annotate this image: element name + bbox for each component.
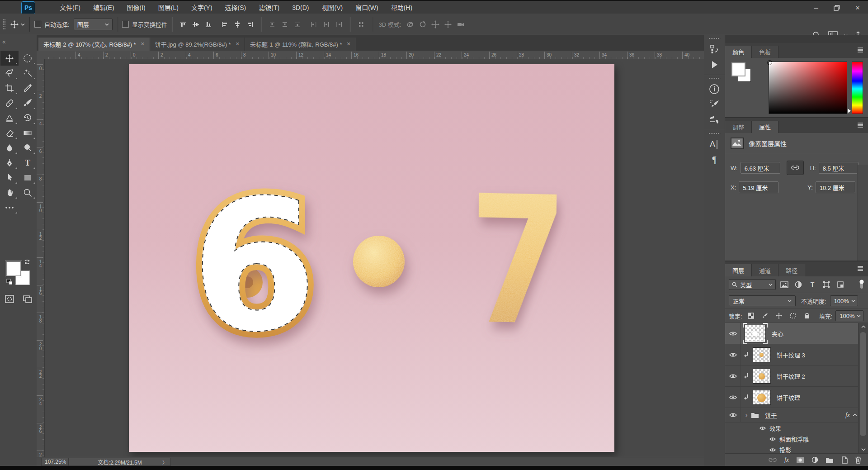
lock-all-icon[interactable]	[802, 311, 812, 321]
visibility-eye-icon[interactable]	[725, 387, 741, 408]
saturation-brightness-box[interactable]	[769, 62, 847, 114]
menu-item[interactable]: 窗口(W)	[349, 1, 385, 14]
tab-color[interactable]: 颜色	[725, 46, 752, 58]
add-layer-mask-icon[interactable]	[796, 457, 804, 463]
distribute-bottom-edges-button[interactable]	[291, 18, 304, 31]
menu-item[interactable]: 编辑(E)	[87, 1, 121, 14]
align-top-edges-button[interactable]	[177, 18, 189, 31]
tab-properties[interactable]: 属性	[752, 121, 778, 133]
blend-mode-dropdown[interactable]: 正常	[729, 295, 796, 306]
preset-chevron-icon[interactable]	[21, 23, 25, 26]
actions-panel-icon[interactable]	[704, 57, 725, 72]
layer-row-texture1[interactable]: 饼干纹理	[725, 387, 868, 408]
distribute-spacing-button[interactable]	[355, 18, 368, 31]
layer-row-texture2[interactable]: 饼干纹理 2	[725, 366, 868, 387]
visibility-eye-icon[interactable]	[725, 366, 741, 386]
delete-layer-icon[interactable]	[855, 456, 862, 464]
panel-menu-icon[interactable]	[857, 47, 864, 52]
properties-scrollbar[interactable]	[857, 165, 868, 261]
3d-rotate-icon[interactable]	[404, 18, 416, 31]
magic-wand-tool[interactable]	[19, 66, 37, 81]
document-tab-1[interactable]: 未标题-2 @ 107% (夹心, RGB/8#) * ✕	[38, 38, 150, 51]
effects-row[interactable]: 效果	[725, 423, 868, 433]
filter-pixel-layers-icon[interactable]	[779, 280, 790, 290]
visibility-eye-icon[interactable]	[725, 323, 741, 344]
close-tab-icon[interactable]: ✕	[141, 41, 145, 47]
group-name[interactable]: 饼干	[765, 411, 777, 419]
distribute-horizontal-centers-button[interactable]	[320, 18, 333, 31]
new-group-icon[interactable]	[826, 457, 834, 463]
lasso-tool[interactable]	[0, 66, 19, 81]
menu-item[interactable]: 滤镜(T)	[252, 1, 286, 14]
close-tab-icon[interactable]: ✕	[236, 41, 240, 47]
fx-badge[interactable]: fx	[845, 412, 850, 419]
canvas-pasteboard[interactable]: 6 6 6 7	[45, 59, 704, 457]
panel-grip[interactable]	[708, 38, 720, 40]
document-tab-3[interactable]: 未标题-1 @ 119% (颗粒, RGB/8#) * ✕	[245, 38, 356, 51]
shape-tool[interactable]	[19, 170, 37, 185]
visibility-eye-icon[interactable]	[725, 344, 741, 365]
fill-dropdown[interactable]: 100%	[835, 310, 863, 321]
color-picker-marker[interactable]	[767, 60, 772, 65]
x-field[interactable]: 5.19 厘米	[739, 181, 778, 193]
auto-select-checkbox[interactable]	[34, 21, 41, 28]
panel-grip[interactable]	[708, 77, 720, 80]
layer-row-jiaxin[interactable]: 夹心	[725, 323, 868, 344]
add-layer-style-icon[interactable]: fx	[784, 456, 789, 464]
tab-paths[interactable]: 路径	[778, 264, 805, 276]
options-grip[interactable]	[2, 19, 5, 30]
minimize-button[interactable]: ─	[806, 1, 826, 14]
distribute-left-edges-button[interactable]	[307, 18, 320, 31]
foreground-color-swatch[interactable]	[731, 62, 745, 76]
tab-channels[interactable]: 通道	[752, 264, 778, 276]
vertical-ruler[interactable]: 0246810121416182022242628	[37, 59, 45, 457]
swap-colors-icon[interactable]	[24, 259, 31, 265]
edit-toolbar-ellipsis[interactable]	[0, 200, 19, 215]
path-selection-tool[interactable]	[0, 170, 19, 185]
link-layers-icon[interactable]	[768, 457, 777, 463]
new-adjustment-layer-icon[interactable]	[811, 456, 818, 463]
filter-smart-objects-icon[interactable]	[835, 280, 846, 290]
layer-name[interactable]: 饼干纹理	[777, 393, 800, 402]
auto-select-target-dropdown[interactable]: 图层	[74, 19, 113, 30]
restore-button[interactable]	[826, 1, 847, 14]
hue-slider-marker[interactable]	[848, 109, 851, 113]
align-vertical-centers-button[interactable]	[189, 18, 202, 31]
default-colors-icon[interactable]	[6, 279, 12, 285]
filter-type-dropdown[interactable]: 类型	[729, 279, 776, 290]
layer-name[interactable]: 饼干纹理 3	[777, 351, 805, 359]
scrollbar-thumb[interactable]	[860, 332, 866, 436]
horizontal-ruler[interactable]: 420246810121416182022242628303234363840	[45, 51, 704, 59]
type-tool[interactable]: T	[19, 155, 37, 170]
layer-name[interactable]: 夹心	[772, 329, 783, 338]
menu-item[interactable]: 文件(F)	[53, 1, 87, 14]
show-transform-checkbox[interactable]	[122, 21, 129, 28]
character-panel-icon[interactable]: A	[704, 137, 725, 152]
layer-thumbnail[interactable]	[745, 325, 766, 342]
3d-camera-icon[interactable]	[454, 18, 467, 31]
tab-layers[interactable]: 图层	[725, 264, 752, 276]
spot-healing-brush-tool[interactable]	[0, 95, 19, 110]
quick-mask-button[interactable]	[0, 291, 19, 306]
panel-menu-icon[interactable]	[857, 266, 864, 271]
menu-item[interactable]: 帮助(H)	[385, 1, 419, 14]
dodge-tool[interactable]	[19, 140, 37, 155]
visibility-eye-icon[interactable]	[725, 408, 741, 422]
layer-name[interactable]: 饼干纹理 2	[777, 372, 805, 380]
hand-tool[interactable]	[0, 185, 19, 200]
zoom-tool[interactable]	[19, 185, 37, 200]
lock-pixels-icon[interactable]	[760, 311, 770, 321]
scroll-up-arrow[interactable]	[859, 323, 868, 330]
lock-transparency-icon[interactable]	[745, 311, 756, 321]
link-dimensions-button[interactable]	[787, 161, 804, 175]
close-tab-icon[interactable]: ✕	[347, 41, 351, 47]
align-right-edges-button[interactable]	[244, 18, 256, 31]
clone-stamp-tool[interactable]	[0, 110, 19, 125]
layer-thumbnail[interactable]	[753, 390, 771, 405]
brush-tool[interactable]	[19, 95, 37, 110]
marquee-tool[interactable]	[19, 51, 37, 66]
foreground-color-swatch[interactable]	[6, 261, 21, 276]
history-panel-icon[interactable]	[704, 42, 725, 57]
layer-row-texture3[interactable]: 饼干纹理 3	[725, 344, 868, 366]
distribute-top-edges-button[interactable]	[266, 18, 278, 31]
